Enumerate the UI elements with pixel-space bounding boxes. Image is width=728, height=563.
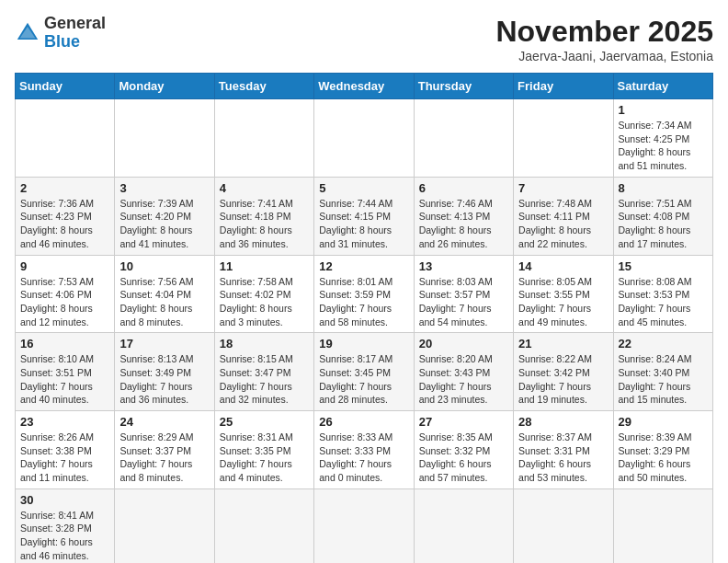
day-info: Sunrise: 8:08 AM Sunset: 3:53 PM Dayligh… xyxy=(619,275,708,329)
day-info: Sunrise: 8:15 AM Sunset: 3:47 PM Dayligh… xyxy=(220,352,309,407)
day-info: Sunrise: 7:39 AM Sunset: 4:20 PM Dayligh… xyxy=(119,197,209,251)
day-number: 5 xyxy=(319,181,408,195)
day-info: Sunrise: 7:46 AM Sunset: 4:13 PM Dayligh… xyxy=(419,197,508,251)
day-info: Sunrise: 8:41 AM Sunset: 3:28 PM Dayligh… xyxy=(20,509,109,563)
logo: General Blue xyxy=(15,15,106,52)
day-number: 9 xyxy=(20,259,109,273)
day-number: 8 xyxy=(619,181,708,195)
calendar-week-6: 30Sunrise: 8:41 AM Sunset: 3:28 PM Dayli… xyxy=(16,488,713,563)
day-number: 29 xyxy=(619,415,708,429)
day-info: Sunrise: 7:58 AM Sunset: 4:02 PM Dayligh… xyxy=(220,275,309,329)
calendar-cell: 18Sunrise: 8:15 AM Sunset: 3:47 PM Dayli… xyxy=(214,333,313,411)
day-number: 26 xyxy=(319,415,408,429)
day-info: Sunrise: 7:56 AM Sunset: 4:04 PM Dayligh… xyxy=(119,275,209,329)
logo-icon xyxy=(15,20,40,46)
calendar-cell: 9Sunrise: 7:53 AM Sunset: 4:06 PM Daylig… xyxy=(16,255,115,333)
day-number: 25 xyxy=(220,415,309,429)
calendar-cell: 8Sunrise: 7:51 AM Sunset: 4:08 PM Daylig… xyxy=(613,177,712,255)
calendar-header-thursday: Thursday xyxy=(414,74,513,99)
calendar-cell xyxy=(613,488,712,563)
day-number: 18 xyxy=(220,337,309,350)
calendar-week-2: 2Sunrise: 7:36 AM Sunset: 4:23 PM Daylig… xyxy=(16,177,713,255)
calendar-cell: 12Sunrise: 8:01 AM Sunset: 3:59 PM Dayli… xyxy=(314,255,414,333)
location: Jaerva-Jaani, Jaervamaa, Estonia xyxy=(495,49,713,63)
calendar-cell xyxy=(314,488,414,563)
day-info: Sunrise: 8:26 AM Sunset: 3:38 PM Dayligh… xyxy=(20,431,109,485)
calendar-cell xyxy=(214,488,313,563)
day-number: 14 xyxy=(518,259,608,273)
calendar-cell: 20Sunrise: 8:20 AM Sunset: 3:43 PM Dayli… xyxy=(414,333,513,411)
calendar-header-sunday: Sunday xyxy=(16,74,115,99)
day-info: Sunrise: 8:20 AM Sunset: 3:43 PM Dayligh… xyxy=(419,352,508,407)
calendar-header-row: SundayMondayTuesdayWednesdayThursdayFrid… xyxy=(16,74,713,99)
calendar-cell: 13Sunrise: 8:03 AM Sunset: 3:57 PM Dayli… xyxy=(414,255,513,333)
logo-text: General Blue xyxy=(44,15,106,52)
day-number: 11 xyxy=(220,259,309,273)
day-number: 24 xyxy=(119,415,209,429)
day-number: 21 xyxy=(518,337,608,350)
calendar-cell: 25Sunrise: 8:31 AM Sunset: 3:35 PM Dayli… xyxy=(214,411,313,489)
calendar-cell: 11Sunrise: 7:58 AM Sunset: 4:02 PM Dayli… xyxy=(214,255,313,333)
day-info: Sunrise: 8:33 AM Sunset: 3:33 PM Dayligh… xyxy=(319,431,408,485)
day-info: Sunrise: 8:10 AM Sunset: 3:51 PM Dayligh… xyxy=(20,352,109,407)
day-info: Sunrise: 8:01 AM Sunset: 3:59 PM Dayligh… xyxy=(319,275,408,329)
day-info: Sunrise: 8:31 AM Sunset: 3:35 PM Dayligh… xyxy=(220,431,309,485)
calendar-cell: 27Sunrise: 8:35 AM Sunset: 3:32 PM Dayli… xyxy=(414,411,513,489)
calendar-cell: 21Sunrise: 8:22 AM Sunset: 3:42 PM Dayli… xyxy=(514,333,613,411)
calendar-cell xyxy=(16,99,115,178)
calendar-header-wednesday: Wednesday xyxy=(314,74,414,99)
title-area: November 2025 Jaerva-Jaani, Jaervamaa, E… xyxy=(495,15,713,63)
day-info: Sunrise: 8:39 AM Sunset: 3:29 PM Dayligh… xyxy=(619,431,708,485)
calendar-cell xyxy=(214,99,313,178)
calendar-cell: 23Sunrise: 8:26 AM Sunset: 3:38 PM Dayli… xyxy=(16,411,115,489)
calendar-cell xyxy=(414,99,513,178)
calendar-cell xyxy=(115,488,214,563)
day-info: Sunrise: 8:24 AM Sunset: 3:40 PM Dayligh… xyxy=(619,352,708,407)
day-number: 13 xyxy=(419,259,508,273)
month-year: November 2025 xyxy=(495,15,713,49)
day-info: Sunrise: 8:35 AM Sunset: 3:32 PM Dayligh… xyxy=(419,431,508,485)
day-number: 2 xyxy=(20,181,109,195)
day-info: Sunrise: 7:41 AM Sunset: 4:18 PM Dayligh… xyxy=(220,197,309,251)
calendar-cell: 17Sunrise: 8:13 AM Sunset: 3:49 PM Dayli… xyxy=(115,333,214,411)
calendar-week-3: 9Sunrise: 7:53 AM Sunset: 4:06 PM Daylig… xyxy=(16,255,713,333)
day-number: 22 xyxy=(619,337,708,350)
calendar-cell: 28Sunrise: 8:37 AM Sunset: 3:31 PM Dayli… xyxy=(514,411,613,489)
day-info: Sunrise: 7:34 AM Sunset: 4:25 PM Dayligh… xyxy=(619,119,708,173)
day-info: Sunrise: 7:51 AM Sunset: 4:08 PM Dayligh… xyxy=(619,197,708,251)
day-info: Sunrise: 8:22 AM Sunset: 3:42 PM Dayligh… xyxy=(518,352,608,407)
day-number: 30 xyxy=(20,493,109,507)
day-number: 4 xyxy=(220,181,309,195)
day-number: 1 xyxy=(619,103,708,117)
logo-blue: Blue xyxy=(44,32,80,51)
calendar-cell: 15Sunrise: 8:08 AM Sunset: 3:53 PM Dayli… xyxy=(613,255,712,333)
calendar-cell xyxy=(414,488,513,563)
day-number: 16 xyxy=(20,337,109,350)
header: General Blue November 2025 Jaerva-Jaani,… xyxy=(15,15,713,63)
day-number: 7 xyxy=(518,181,608,195)
calendar-cell: 19Sunrise: 8:17 AM Sunset: 3:45 PM Dayli… xyxy=(314,333,414,411)
calendar-cell xyxy=(514,488,613,563)
calendar-cell: 24Sunrise: 8:29 AM Sunset: 3:37 PM Dayli… xyxy=(115,411,214,489)
calendar-cell: 5Sunrise: 7:44 AM Sunset: 4:15 PM Daylig… xyxy=(314,177,414,255)
calendar-header-saturday: Saturday xyxy=(613,74,712,99)
day-number: 27 xyxy=(419,415,508,429)
day-info: Sunrise: 7:44 AM Sunset: 4:15 PM Dayligh… xyxy=(319,197,408,251)
calendar-cell: 22Sunrise: 8:24 AM Sunset: 3:40 PM Dayli… xyxy=(613,333,712,411)
calendar-cell: 14Sunrise: 8:05 AM Sunset: 3:55 PM Dayli… xyxy=(514,255,613,333)
day-number: 15 xyxy=(619,259,708,273)
calendar-cell: 3Sunrise: 7:39 AM Sunset: 4:20 PM Daylig… xyxy=(115,177,214,255)
day-info: Sunrise: 7:53 AM Sunset: 4:06 PM Dayligh… xyxy=(20,275,109,329)
day-number: 19 xyxy=(319,337,408,350)
calendar-cell xyxy=(314,99,414,178)
calendar-cell: 1Sunrise: 7:34 AM Sunset: 4:25 PM Daylig… xyxy=(613,99,712,178)
day-info: Sunrise: 8:29 AM Sunset: 3:37 PM Dayligh… xyxy=(119,431,209,485)
logo-general: General xyxy=(44,14,106,32)
calendar-cell: 2Sunrise: 7:36 AM Sunset: 4:23 PM Daylig… xyxy=(16,177,115,255)
calendar-week-5: 23Sunrise: 8:26 AM Sunset: 3:38 PM Dayli… xyxy=(16,411,713,489)
calendar-cell xyxy=(514,99,613,178)
day-number: 20 xyxy=(419,337,508,350)
calendar-cell: 26Sunrise: 8:33 AM Sunset: 3:33 PM Dayli… xyxy=(314,411,414,489)
calendar-header-friday: Friday xyxy=(514,74,613,99)
day-info: Sunrise: 7:48 AM Sunset: 4:11 PM Dayligh… xyxy=(518,197,608,251)
